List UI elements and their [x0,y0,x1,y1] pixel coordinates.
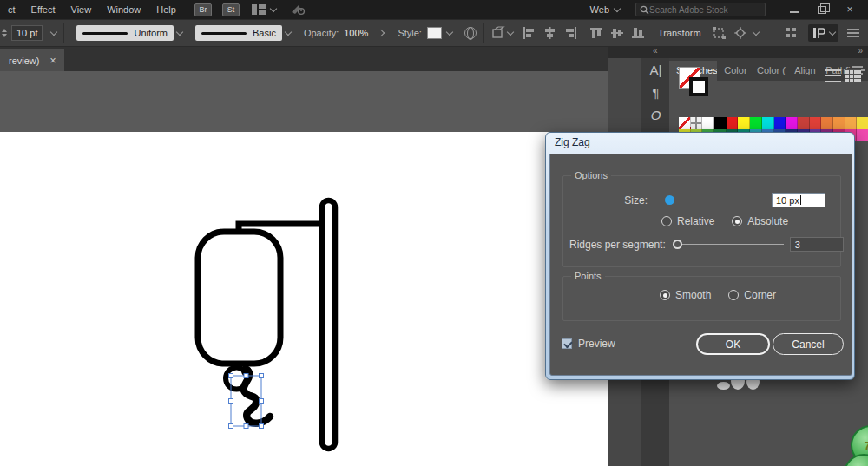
artboard-chevron-icon[interactable] [507,29,514,36]
grid-view-icon[interactable] [845,69,861,82]
swatch[interactable] [702,117,714,129]
align-right-icon[interactable] [563,26,578,40]
collapse-panels-icon[interactable]: « [653,46,658,56]
align-bottom-icon[interactable] [631,26,646,40]
menu-item-help[interactable]: Help [148,0,184,19]
minimize-button[interactable] [790,7,799,13]
style-chevron-icon[interactable] [446,29,453,36]
menu-list-icon[interactable] [847,29,859,37]
menu-item-window[interactable]: Window [99,0,148,19]
cancel-button[interactable]: Cancel [773,333,844,355]
swatch[interactable] [845,117,858,129]
swatch[interactable] [750,117,762,129]
relative-label[interactable]: Relative [677,215,714,227]
brush-chevron-icon[interactable] [282,25,295,41]
menu-item-view[interactable]: View [63,0,100,19]
share-icon[interactable] [290,3,306,16]
canvas-area[interactable] [0,71,608,466]
tab-color[interactable]: Color [717,61,750,81]
align-center-icon[interactable] [542,26,557,40]
stock-search[interactable] [635,3,766,16]
relative-radio[interactable] [661,216,672,226]
search-input[interactable] [649,5,753,15]
opentype-panel-icon[interactable]: O [642,103,669,126]
arrange-documents-icon[interactable] [252,4,266,15]
menu-item-effect[interactable]: Effect [23,0,63,19]
tab-color-guide[interactable]: Color ( [750,61,787,81]
swatch[interactable] [738,117,750,129]
corner-label[interactable]: Corner [744,289,776,301]
bounding-box-icon[interactable] [712,26,727,40]
stroke-weight-stepper[interactable] [2,25,8,41]
ridges-slider[interactable] [673,240,784,250]
stroke-swatch[interactable] [689,77,708,96]
stroke-profile-dropdown[interactable]: Uniform [76,25,174,41]
size-input[interactable]: 10 px [772,193,825,207]
swatch[interactable] [810,117,822,129]
absolute-radio[interactable] [732,216,742,226]
swatch[interactable] [821,117,833,129]
workspace-switcher[interactable]: Web [590,4,620,15]
swatch[interactable] [774,117,786,129]
dots-grid-icon[interactable] [785,26,799,40]
chevron-down-icon [614,5,621,12]
close-tab-icon[interactable]: × [49,55,56,67]
brush-dropdown[interactable]: Basic [195,25,282,41]
smooth-radio[interactable] [660,290,670,300]
swatch[interactable] [714,117,727,129]
expand-panels-icon[interactable]: » [858,46,863,56]
swatch[interactable] [857,129,868,141]
tab-align[interactable]: Align [787,61,819,81]
preview-checkbox[interactable] [562,338,572,349]
panel-layout-button[interactable] [808,24,838,42]
absolute-label[interactable]: Absolute [747,215,788,227]
preview-label[interactable]: Preview [578,338,615,350]
swatch[interactable] [857,117,868,129]
swatch[interactable] [727,117,739,129]
document-tab[interactable]: review) × [0,49,64,71]
isolate-selection-icon[interactable] [733,26,748,40]
artboard-options-icon[interactable] [491,26,506,40]
ridges-slider-thumb[interactable] [673,240,682,249]
close-button[interactable]: × [842,3,858,16]
opacity-value[interactable]: 100% [344,28,368,38]
stroke-weight-field[interactable]: 10 pt [11,25,43,41]
chevron-down-icon[interactable] [270,5,277,12]
swatch[interactable] [786,117,798,129]
swatch[interactable] [762,117,774,129]
align-top-icon[interactable] [589,26,604,40]
swatch[interactable] [691,117,703,129]
restore-button[interactable] [818,6,826,14]
swatch[interactable] [679,117,691,129]
stroke-weight-chevron-icon[interactable] [50,29,57,36]
character-panel-icon[interactable]: A| [642,58,669,81]
menu-item-object[interactable]: ct [0,0,23,19]
size-slider[interactable] [654,195,766,206]
isolate-chevron-icon[interactable] [752,29,759,36]
style-swatch[interactable] [427,27,442,39]
corner-radio[interactable] [728,290,739,300]
swatch[interactable] [833,117,845,129]
paragraph-panel-icon[interactable]: ¶ [642,81,669,103]
selection-handle [244,424,248,429]
list-view-icon[interactable] [825,69,841,82]
fill-stroke-indicator[interactable] [679,67,713,100]
stroke-profile-chevron-icon[interactable] [174,25,187,41]
ridges-input[interactable]: 3 [790,237,844,252]
artwork-iv-bag[interactable] [0,71,608,466]
ridges-slider-track[interactable] [673,244,784,245]
symbol-badge-74[interactable]: 74 [844,454,868,466]
align-middle-icon[interactable] [610,26,625,40]
transform-link[interactable]: Transform [658,28,701,38]
ok-button[interactable]: OK [696,333,770,355]
workspace-label: Web [590,4,609,15]
stock-button[interactable]: St [222,3,240,16]
document-setup-icon[interactable] [464,27,477,39]
opacity-options-chevron-icon[interactable] [378,30,385,36]
align-left-icon[interactable] [522,26,536,40]
smooth-label[interactable]: Smooth [675,289,711,301]
swatch[interactable] [798,117,810,129]
size-slider-thumb[interactable] [665,195,674,205]
swatch-row [679,117,868,129]
bridge-button[interactable]: Br [194,3,212,16]
